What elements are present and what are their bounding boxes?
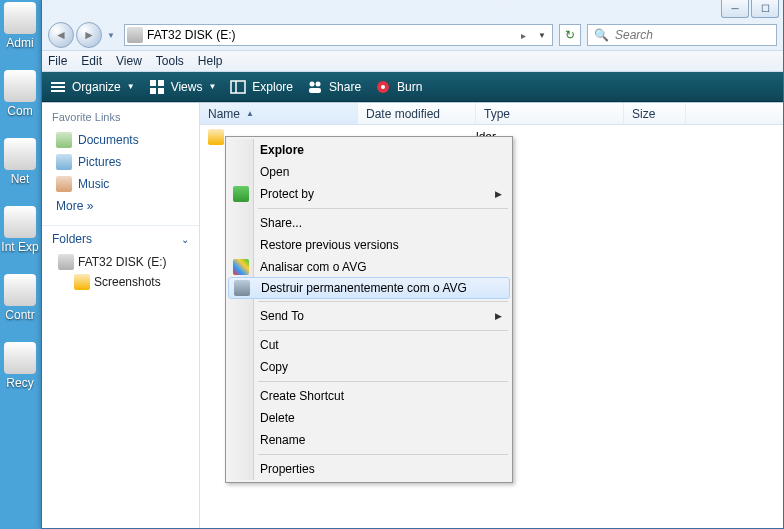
chevron-down-icon: ⌄ xyxy=(181,234,189,245)
shield-icon xyxy=(233,186,249,202)
desktop-icon[interactable]: Int Exp xyxy=(0,206,40,254)
favorite-music[interactable]: Music xyxy=(42,173,199,195)
burn-icon xyxy=(375,79,391,95)
folders-header[interactable]: Folders ⌄ xyxy=(42,225,199,250)
sort-ascending-icon: ▲ xyxy=(246,109,254,118)
shredder-icon xyxy=(234,280,250,296)
organize-button[interactable]: Organize ▼ xyxy=(50,79,135,95)
menu-help[interactable]: Help xyxy=(198,54,223,68)
separator xyxy=(258,381,508,382)
refresh-button[interactable]: ↻ xyxy=(559,24,581,46)
maximize-button[interactable]: ☐ xyxy=(751,0,779,18)
desktop-icons: Admi Com Net Int Exp Contr Recy xyxy=(0,0,40,410)
refresh-icon: ↻ xyxy=(565,28,575,42)
column-name[interactable]: Name ▲ xyxy=(200,103,358,124)
submenu-arrow-icon: ▶ xyxy=(495,311,502,321)
minimize-button[interactable]: ─ xyxy=(721,0,749,18)
chevron-down-icon: ▼ xyxy=(127,82,135,91)
explore-icon xyxy=(230,79,246,95)
share-button[interactable]: Share xyxy=(307,79,361,95)
favorite-pictures[interactable]: Pictures xyxy=(42,151,199,173)
svg-rect-1 xyxy=(51,86,65,88)
views-button[interactable]: Views ▼ xyxy=(149,79,217,95)
ctx-avg-destroy[interactable]: Destruir permanentemente com o AVG xyxy=(228,277,510,299)
menubar: File Edit View Tools Help xyxy=(42,50,783,72)
separator xyxy=(258,208,508,209)
ctx-protect-by[interactable]: Protect by▶ xyxy=(228,183,510,205)
ctx-send-to[interactable]: Send To▶ xyxy=(228,305,510,327)
breadcrumb-arrow-icon[interactable]: ▸ xyxy=(517,30,530,41)
column-date[interactable]: Date modified xyxy=(358,103,476,124)
menu-view[interactable]: View xyxy=(116,54,142,68)
svg-rect-7 xyxy=(231,81,245,93)
separator xyxy=(258,454,508,455)
ctx-explore[interactable]: Explore xyxy=(228,139,510,161)
menu-edit[interactable]: Edit xyxy=(81,54,102,68)
desktop-icon[interactable]: Com xyxy=(0,70,40,118)
burn-button[interactable]: Burn xyxy=(375,79,422,95)
address-path: FAT32 DISK (E:) xyxy=(147,28,513,42)
titlebar: ─ ☐ xyxy=(42,0,783,20)
svg-point-9 xyxy=(310,81,315,86)
music-icon xyxy=(56,176,72,192)
toolbar: Organize ▼ Views ▼ Explore Share Burn xyxy=(42,72,783,102)
address-dropdown[interactable]: ▼ xyxy=(534,31,550,40)
svg-point-10 xyxy=(316,81,321,86)
ctx-cut[interactable]: Cut xyxy=(228,334,510,356)
column-headers: Name ▲ Date modified Type Size xyxy=(200,103,783,125)
menu-file[interactable]: File xyxy=(48,54,67,68)
drive-icon xyxy=(58,254,74,270)
ctx-delete[interactable]: Delete xyxy=(228,407,510,429)
menu-tools[interactable]: Tools xyxy=(156,54,184,68)
ctx-avg-analyze[interactable]: Analisar com o AVG xyxy=(228,256,510,278)
avg-icon xyxy=(233,259,249,275)
column-size[interactable]: Size xyxy=(624,103,686,124)
context-menu: Explore Open Protect by▶ Share... Restor… xyxy=(225,136,513,483)
desktop-icon[interactable]: Contr xyxy=(0,274,40,322)
nav-history-dropdown[interactable]: ▼ xyxy=(104,22,118,48)
ctx-rename[interactable]: Rename xyxy=(228,429,510,451)
favorites-more[interactable]: More » xyxy=(42,195,199,217)
address-bar[interactable]: FAT32 DISK (E:) ▸ ▼ xyxy=(124,24,553,46)
forward-button[interactable]: ► xyxy=(76,22,102,48)
separator xyxy=(258,330,508,331)
submenu-arrow-icon: ▶ xyxy=(495,189,502,199)
explore-button[interactable]: Explore xyxy=(230,79,293,95)
search-box[interactable]: 🔍 xyxy=(587,24,777,46)
desktop-icon[interactable]: Recy xyxy=(0,342,40,390)
search-icon: 🔍 xyxy=(594,28,609,42)
column-type[interactable]: Type xyxy=(476,103,624,124)
navigation-pane: Favorite Links Documents Pictures Music … xyxy=(42,103,200,528)
drive-icon xyxy=(127,27,143,43)
desktop-icon[interactable]: Admi xyxy=(0,2,40,50)
favorite-documents[interactable]: Documents xyxy=(42,129,199,151)
share-icon xyxy=(307,79,323,95)
folder-icon xyxy=(74,274,90,290)
tree-item-folder[interactable]: Screenshots xyxy=(48,272,193,292)
ctx-copy[interactable]: Copy xyxy=(228,356,510,378)
folder-tree: FAT32 DISK (E:) Screenshots xyxy=(42,250,199,294)
svg-rect-0 xyxy=(51,82,65,84)
svg-rect-11 xyxy=(309,88,321,93)
svg-rect-4 xyxy=(158,80,164,86)
search-input[interactable] xyxy=(615,28,770,42)
documents-icon xyxy=(56,132,72,148)
back-button[interactable]: ◄ xyxy=(48,22,74,48)
separator xyxy=(258,301,508,302)
chevron-down-icon: ▼ xyxy=(208,82,216,91)
organize-icon xyxy=(50,79,66,95)
tree-item-drive[interactable]: FAT32 DISK (E:) xyxy=(48,252,193,272)
navbar: ◄ ► ▼ FAT32 DISK (E:) ▸ ▼ ↻ 🔍 xyxy=(42,20,783,50)
ctx-share[interactable]: Share... xyxy=(228,212,510,234)
pictures-icon xyxy=(56,154,72,170)
svg-rect-6 xyxy=(158,88,164,94)
svg-rect-3 xyxy=(150,80,156,86)
folder-icon xyxy=(208,129,224,145)
ctx-create-shortcut[interactable]: Create Shortcut xyxy=(228,385,510,407)
ctx-restore[interactable]: Restore previous versions xyxy=(228,234,510,256)
desktop-icon[interactable]: Net xyxy=(0,138,40,186)
ctx-properties[interactable]: Properties xyxy=(228,458,510,480)
svg-rect-2 xyxy=(51,90,65,92)
svg-rect-5 xyxy=(150,88,156,94)
ctx-open[interactable]: Open xyxy=(228,161,510,183)
